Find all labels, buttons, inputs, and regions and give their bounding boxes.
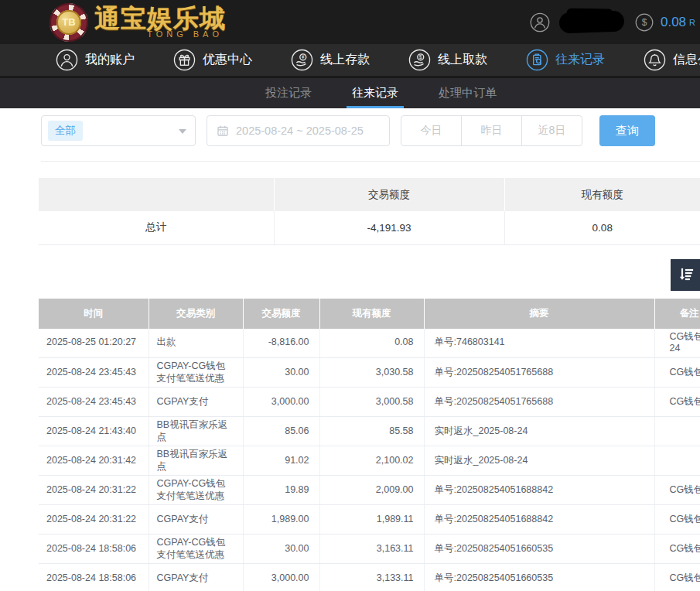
svg-text:$: $ xyxy=(642,17,647,28)
type-cell: BB视讯百家乐返点 xyxy=(149,417,243,446)
svg-text:¥: ¥ xyxy=(302,54,305,60)
transactions-table: 时间交易类别交易额度现有额度摘要备注 2025-08-25 01:20:27出款… xyxy=(39,299,700,591)
balance-cell: 3,133.11 xyxy=(319,564,424,591)
column-header: 时间 xyxy=(39,299,149,329)
time-cell: 2025-08-24 23:45:43 xyxy=(39,358,149,388)
summary-total-transaction: -4,191.93 xyxy=(274,211,504,244)
site-title: 通宝娱乐城 xyxy=(94,5,226,31)
time-cell: 2025-08-24 18:58:06 xyxy=(39,535,149,564)
search-button[interactable]: 查询 xyxy=(599,115,655,146)
nav-label: 信息公告 xyxy=(673,52,700,68)
time-cell: 2025-08-25 01:20:27 xyxy=(39,329,149,358)
amount-cell: 30.00 xyxy=(243,358,319,388)
balance-cell: 85.58 xyxy=(319,417,424,446)
gift-icon xyxy=(173,49,196,71)
type-cell: CGPAY支付 xyxy=(149,564,243,591)
site-subtitle: TONG BAO xyxy=(94,29,226,39)
nav-item-transaction-records[interactable]: 往来记录 xyxy=(526,49,605,71)
svg-text:$: $ xyxy=(419,54,422,60)
table-row: 2025-08-24 23:45:43CGPAY支付3,000.003,000.… xyxy=(39,388,700,417)
table-row: 2025-08-24 20:31:42BB视讯百家乐返点91.022,100.0… xyxy=(39,446,700,476)
chevron-down-icon xyxy=(179,129,186,134)
nav-item-my-account[interactable]: 我的账户 xyxy=(56,49,135,71)
type-cell: CGPAY-CG钱包支付笔笔送优惠 xyxy=(149,535,243,564)
column-header: 摘要 xyxy=(424,299,654,329)
amount-cell: 19.89 xyxy=(243,476,319,505)
column-header: 交易额度 xyxy=(243,299,319,329)
topbar: TB 通宝娱乐城 TONG BAO $ 0.08 R xyxy=(0,0,700,44)
user-icon[interactable] xyxy=(530,12,550,32)
summary-cell: 单号:746803141 xyxy=(424,329,654,358)
remark-cell: CG钱包 xyxy=(654,358,700,388)
logo-text: 通宝娱乐城 TONG BAO xyxy=(94,5,226,39)
type-cell: CGPAY支付 xyxy=(149,505,243,535)
yesterday-button[interactable]: 昨日 xyxy=(461,115,522,146)
summary-table: 交易额度 现有额度 总计 -4,191.93 0.08 xyxy=(39,178,700,245)
summary-cell: 单号:202508254051660535 xyxy=(424,535,654,564)
section-divider xyxy=(41,161,700,162)
date-range-input[interactable]: 2025-08-24 ~ 2025-08-25 xyxy=(207,115,390,146)
quick-date-buttons: 今日 昨日 近8日 xyxy=(401,115,582,146)
balance-cell: 3,163.11 xyxy=(319,535,424,564)
time-cell: 2025-08-24 20:31:22 xyxy=(39,505,149,535)
today-button[interactable]: 今日 xyxy=(401,115,462,146)
type-select[interactable]: 全部 xyxy=(41,115,196,146)
main-navbar: 我的账户 优惠中心 ¥ 线上存款 xyxy=(0,44,700,78)
tab-pending-orders[interactable]: 处理中订单 xyxy=(436,78,499,108)
remark-cell: CG钱包 xyxy=(654,388,700,417)
remark-cell: CG钱包 xyxy=(654,505,700,535)
sort-descending-button[interactable] xyxy=(671,259,700,291)
balance-cell: 0.08 xyxy=(319,329,424,358)
poker-chip-logo-icon: TB xyxy=(50,3,88,42)
records-icon xyxy=(526,49,548,71)
summary-cell: 实时返水_2025-08-24 xyxy=(424,417,654,446)
nav-item-promotions[interactable]: 优惠中心 xyxy=(173,49,252,71)
type-cell: CGPAY-CG钱包支付笔笔送优惠 xyxy=(149,358,243,388)
topbar-account-area: $ 0.08 R xyxy=(530,12,695,32)
nav-item-online-deposit[interactable]: ¥ 线上存款 xyxy=(291,49,370,71)
time-cell: 2025-08-24 23:45:43 xyxy=(39,388,149,417)
nav-label: 线上存款 xyxy=(320,52,370,68)
summary-header-row: 交易额度 现有额度 xyxy=(39,178,700,211)
nav-label: 往来记录 xyxy=(555,52,605,68)
summary-cell: 单号:202508254051765688 xyxy=(424,388,654,417)
nav-label: 线上取款 xyxy=(438,52,487,68)
remark-cell: CG钱包 xyxy=(654,564,700,591)
balance-coin-icon[interactable]: $ xyxy=(635,13,654,32)
summary-total-row: 总计 -4,191.93 0.08 xyxy=(39,211,700,244)
nav-label: 优惠中心 xyxy=(203,52,252,68)
summary-cell: 单号:202508254051688842 xyxy=(424,476,654,505)
table-row: 2025-08-24 18:58:06CGPAY-CG钱包支付笔笔送优惠30.0… xyxy=(39,535,700,564)
type-cell: CGPAY-CG钱包支付笔笔送优惠 xyxy=(149,476,243,505)
calendar-icon xyxy=(217,125,229,137)
bell-icon xyxy=(644,49,666,71)
nav-label: 我的账户 xyxy=(85,52,135,68)
sub-tabbar: 投注记录 往来记录 处理中订单 xyxy=(0,78,700,108)
transactions-body: 2025-08-25 01:20:27出款-8,816.000.08单号:746… xyxy=(39,329,700,591)
deposit-icon: ¥ xyxy=(291,49,313,71)
last-8-days-button[interactable]: 近8日 xyxy=(521,115,582,146)
balance-cell: 3,030.58 xyxy=(319,358,424,388)
summary-total-label: 总计 xyxy=(39,211,274,244)
remark-cell: CG钱包-24 xyxy=(654,329,700,358)
column-header: 交易类别 xyxy=(149,299,243,329)
type-cell: BB视讯百家乐返点 xyxy=(149,446,243,476)
time-cell: 2025-08-24 20:31:42 xyxy=(39,446,149,476)
transactions-header-row: 时间交易类别交易额度现有额度摘要备注 xyxy=(39,299,700,329)
nav-item-announcements[interactable]: 信息公告 xyxy=(644,49,700,71)
redacted-username xyxy=(559,11,625,34)
selected-type-tag[interactable]: 全部 xyxy=(48,121,83,141)
nav-item-online-withdraw[interactable]: $ 线上取款 xyxy=(408,49,487,71)
tab-bet-records[interactable]: 投注记录 xyxy=(263,78,314,108)
remark-cell xyxy=(654,417,700,446)
column-header: 备注 xyxy=(654,299,700,329)
summary-header-transaction: 交易额度 xyxy=(274,178,504,211)
amount-cell: 3,000.00 xyxy=(243,388,319,417)
tab-transaction-records[interactable]: 往来记录 xyxy=(350,78,401,108)
time-cell: 2025-08-24 18:58:06 xyxy=(39,564,149,591)
balance-cell: 1,989.11 xyxy=(319,505,424,535)
site-logo[interactable]: TB 通宝娱乐城 TONG BAO xyxy=(50,3,226,42)
summary-cell: 单号:202508254051660535 xyxy=(424,564,654,591)
filter-row: 全部 2025-08-24 ~ 2025-08-25 今日 昨日 近8日 查询 xyxy=(41,115,700,146)
summary-cell: 实时返水_2025-08-24 xyxy=(424,446,654,476)
